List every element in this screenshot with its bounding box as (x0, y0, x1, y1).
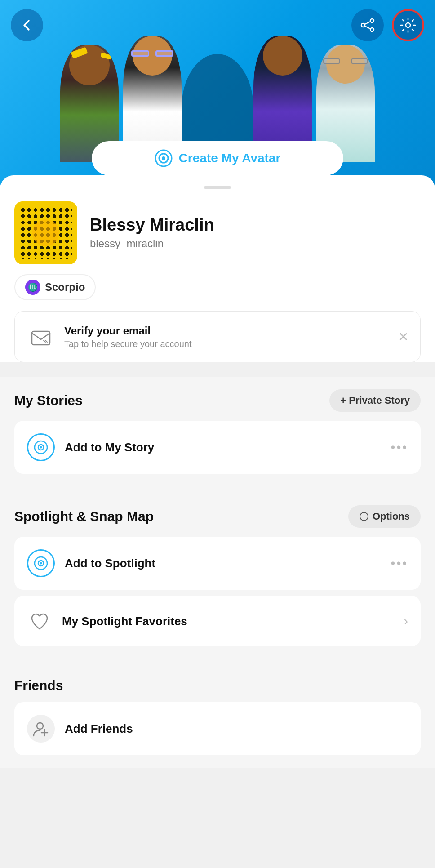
snapcode-ghost-icon (32, 219, 59, 246)
profile-text: Blessy Miraclin blessy_miraclin (90, 216, 214, 250)
zodiac-badge[interactable]: ♏ Scorpio (14, 274, 96, 300)
friends-section: Friends Add Friends (0, 665, 435, 768)
heart-icon (27, 609, 52, 634)
verify-title: Verify your email (64, 325, 192, 337)
friends-section-header: Friends (14, 678, 421, 693)
favorites-chevron-icon: › (404, 614, 408, 628)
close-verify-button[interactable]: ✕ (398, 329, 408, 344)
svg-point-12 (40, 446, 42, 449)
spotlight-more-button[interactable]: ••• (391, 556, 408, 570)
email-verify-text: Verify your email Tap to help secure you… (64, 325, 192, 349)
svg-line-3 (365, 22, 370, 24)
zodiac-label: Scorpio (45, 281, 85, 294)
story-camera-icon (27, 433, 55, 461)
story-more-button[interactable]: ••• (391, 440, 408, 454)
email-verify-banner[interactable]: Verify your email Tap to help secure you… (14, 311, 421, 362)
add-story-label: Add to My Story (65, 441, 381, 454)
svg-point-0 (370, 19, 374, 22)
spotlight-section-title: Spotlight & Snap Map (14, 509, 154, 524)
friends-section-title: Friends (14, 678, 63, 693)
svg-point-2 (370, 28, 374, 31)
my-stories-section: My Stories + Private Story Add to My Sto… (0, 377, 435, 493)
zodiac-icon: ♏ (25, 280, 40, 295)
svg-point-17 (40, 562, 42, 565)
back-button[interactable] (11, 9, 43, 41)
spotlight-camera-icon (27, 549, 55, 577)
add-friends-label: Add Friends (65, 722, 408, 736)
nav-right-group (351, 9, 424, 41)
spotlight-favorites-label: My Spotlight Favorites (62, 614, 394, 628)
stories-section-header: My Stories + Private Story (14, 389, 421, 412)
svg-rect-9 (32, 331, 50, 345)
spotlight-section-header: Spotlight & Snap Map i Options (14, 505, 421, 528)
svg-point-18 (37, 723, 43, 729)
add-friend-icon (27, 715, 55, 743)
settings-button[interactable] (392, 9, 424, 41)
svg-point-8 (162, 156, 165, 160)
svg-point-5 (406, 23, 410, 27)
display-name: Blessy Miraclin (90, 216, 214, 235)
email-icon (27, 323, 54, 350)
spotlight-section: Spotlight & Snap Map i Options Add to Sp… (0, 493, 435, 665)
add-to-spotlight-card[interactable]: Add to Spotlight ••• (14, 537, 421, 590)
username: blessy_miraclin (90, 237, 214, 250)
spotlight-favorites-card[interactable]: My Spotlight Favorites › (14, 596, 421, 646)
add-spotlight-label: Add to Spotlight (65, 556, 381, 570)
stories-section-title: My Stories (14, 393, 83, 408)
add-friends-card[interactable]: Add Friends (14, 702, 421, 755)
verify-subtitle: Tap to help secure your account (64, 339, 192, 349)
snapcode[interactable] (14, 201, 77, 264)
top-nav (0, 9, 435, 41)
profile-card: Blessy Miraclin blessy_miraclin ♏ Scorpi… (0, 175, 435, 362)
header-banner: Create My Avatar (0, 0, 435, 189)
svg-line-4 (365, 26, 370, 29)
share-button[interactable] (351, 9, 384, 41)
svg-text:i: i (363, 514, 364, 520)
profile-identity: Blessy Miraclin blessy_miraclin (14, 201, 421, 264)
private-story-button[interactable]: + Private Story (329, 389, 421, 412)
drag-handle (204, 186, 231, 189)
svg-point-1 (361, 23, 365, 27)
create-avatar-button[interactable]: Create My Avatar (92, 141, 343, 175)
add-to-story-card[interactable]: Add to My Story ••• (14, 421, 421, 474)
spotlight-options-button[interactable]: i Options (348, 505, 421, 528)
camera-icon (155, 149, 173, 167)
